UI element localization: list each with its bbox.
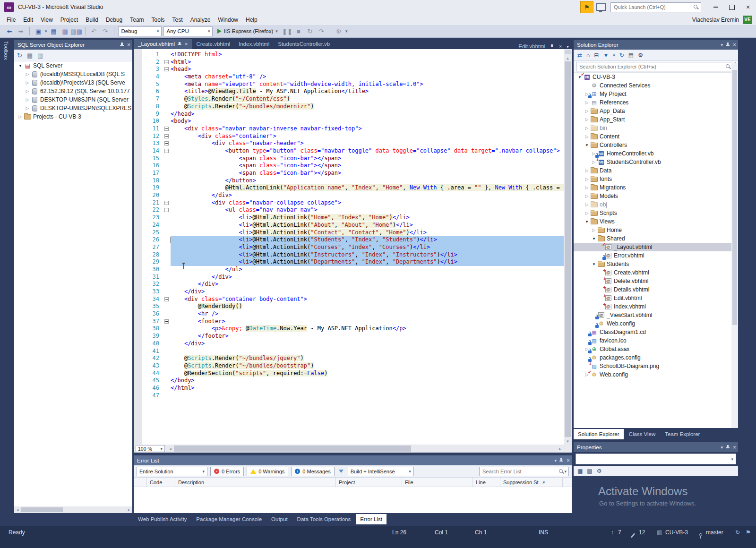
save-icon[interactable]: ▥ [60, 26, 70, 36]
code-line-34[interactable]: 34 <div class="container body-content"> [142, 296, 564, 303]
sql-item-projects-cu-vb-3[interactable]: ▷Projects - CU-VB-3 [14, 112, 132, 121]
fold-toggle-icon[interactable] [163, 66, 171, 73]
error-list-search-input[interactable] [481, 468, 558, 475]
menu-file[interactable]: File [3, 15, 19, 25]
code-line-27[interactable]: 27 <li>@Html.ActionLink("Courses", "Inde… [142, 244, 564, 251]
code-line-3[interactable]: 3<head> [142, 66, 564, 73]
code-line-13[interactable]: 13 <div class="navbar-header"> [142, 140, 564, 147]
scroll-right-arrow[interactable]: ▸ [126, 507, 132, 512]
scroll-left-arrow[interactable]: ◂ [14, 507, 21, 512]
sln-item-content[interactable]: ▷Content [574, 132, 738, 141]
search-icon[interactable] [693, 4, 699, 10]
toolbox-strip[interactable]: Toolbox [0, 38, 13, 526]
error-column-line[interactable]: Line [473, 478, 500, 487]
close-icon[interactable]: × [733, 445, 736, 450]
expand-icon[interactable]: ▷ [591, 228, 597, 232]
code-line-1[interactable]: 1<!DOCTYPE html> [142, 51, 564, 59]
close-icon[interactable]: × [733, 42, 736, 48]
fold-toggle-icon[interactable] [163, 125, 171, 133]
alphabetical-icon[interactable]: ▤ [587, 468, 592, 474]
sln-item-app-data[interactable]: ▷App_Data [574, 107, 738, 115]
import-icon[interactable]: ▥ [37, 52, 43, 59]
sln-item-delete-vbhtml[interactable]: +Delete.vbhtml [574, 277, 738, 285]
pin-icon[interactable] [178, 42, 182, 47]
sync-icon[interactable]: ↻ [735, 529, 740, 536]
code-line-9[interactable]: 9</head> [142, 111, 564, 118]
expand-icon[interactable]: ▷ [584, 211, 590, 215]
code-line-41[interactable]: 41 [142, 348, 564, 355]
error-column-code[interactable]: Code [147, 478, 175, 487]
home-icon[interactable]: ⌂ [586, 52, 590, 59]
refresh-icon[interactable]: ↻ [619, 52, 624, 59]
code-line-6[interactable]: 6 <title>@ViewBag.Title - My ASP.NET App… [142, 88, 564, 95]
sql-item-localdb-projectsv13-sql-serve[interactable]: ▷(localdb)\ProjectsV13 (SQL Serve [14, 78, 132, 87]
sln-item-viewstart-vbhtml[interactable]: _ViewStart.vbhtml [574, 311, 738, 319]
fold-toggle-icon[interactable] [163, 296, 171, 303]
fold-toggle-icon[interactable] [163, 318, 171, 325]
error-column-project[interactable]: Project [336, 478, 402, 487]
menu-window[interactable]: Window [214, 15, 242, 25]
code-line-21[interactable]: 21 <div class="navbar-collapse collapse"… [142, 199, 564, 207]
sln-item-data[interactable]: ▷Data [574, 166, 738, 175]
menu-tools[interactable]: Tools [148, 15, 169, 25]
search-icon[interactable] [558, 469, 564, 474]
code-line-36[interactable]: 36 <hr /> [142, 310, 564, 318]
code-line-43[interactable]: 43 @Scripts.Render("~/bundles/bootstrap"… [142, 362, 564, 370]
editor-tab-studentscontroller-vb[interactable]: StudentsController.vb [274, 39, 334, 49]
restart-icon[interactable]: ↻ [305, 26, 315, 36]
splitter-handle[interactable] [565, 50, 571, 54]
document-list-chevron-icon[interactable]: ▾ [567, 44, 569, 49]
expand-icon[interactable]: ▷ [584, 134, 590, 139]
panel-tab-error-list[interactable]: Error List [356, 514, 387, 524]
expand-icon[interactable]: ▷ [17, 114, 24, 119]
sln-item-shared[interactable]: ▾Shared [574, 234, 738, 243]
find-in-files-icon[interactable]: ⚙ [334, 26, 344, 36]
code-line-2[interactable]: 2<html> [142, 59, 564, 66]
sln-item-controllers[interactable]: ▾Controllers [574, 141, 738, 149]
code-line-47[interactable]: 47 [142, 392, 564, 400]
repository-icon[interactable]: ▥ [657, 529, 662, 536]
toolbar-options-chevron[interactable]: ▾ [345, 29, 348, 34]
fold-toggle-icon[interactable] [163, 199, 171, 207]
fold-toggle-icon[interactable] [163, 133, 171, 140]
menu-view[interactable]: View [37, 15, 57, 25]
sln-item-homecontroller-vb[interactable]: ▷HomeController.vb [574, 149, 738, 158]
pushes-count[interactable]: 7 [618, 529, 621, 536]
editor-horizontal-scrollbar[interactable] [174, 445, 557, 453]
sln-item-web-config[interactable]: ▷✓Web.config [574, 370, 738, 379]
sql-item-62-152-39-12-sql-server-10-0-177[interactable]: ▷62.152.39.12 (SQL Server 10.0.177 [14, 87, 132, 95]
sql-horizontal-scrollbar[interactable]: ◂ ▸ [14, 506, 132, 513]
expand-icon[interactable]: ▷ [24, 97, 31, 102]
tool-tab-solution-explorer[interactable]: Solution Explorer [574, 429, 624, 439]
sln-item-global-asax[interactable]: ▷Global.asax [574, 345, 738, 353]
solution-explorer-header[interactable]: Solution Explorer ▾ × [574, 40, 738, 50]
sln-item-app-start[interactable]: ▷App_Start [574, 115, 738, 124]
menu-debug[interactable]: Debug [102, 15, 126, 25]
editor-tab-create-vbhtml[interactable]: Create.vbhtml [192, 39, 234, 49]
editor-tab-index-vbhtml[interactable]: Index.vbhtml [234, 39, 274, 49]
properties-icon[interactable]: ⚙ [638, 52, 643, 59]
new-project-chevron[interactable]: ▾ [45, 29, 47, 34]
code-line-37[interactable]: 37 <footer> [142, 318, 564, 325]
code-line-12[interactable]: 12 <div class="container"> [142, 133, 564, 140]
code-line-11[interactable]: 11 <div class="navbar navbar-inverse nav… [142, 125, 564, 133]
notifications-icon[interactable]: ⚑ [746, 529, 751, 536]
pin-icon[interactable] [120, 42, 124, 47]
scrollbar-thumb[interactable] [21, 507, 63, 512]
step-over-icon[interactable]: ↷ [317, 26, 326, 36]
minimize-button[interactable] [708, 0, 724, 14]
code-line-39[interactable]: 39 </footer> [142, 333, 564, 340]
code-line-29[interactable]: 29 <li>@Html.ActionLink("Departments", "… [142, 258, 564, 266]
feedback-icon[interactable] [596, 3, 606, 11]
expand-icon[interactable]: ▷ [584, 185, 590, 190]
pending-changes-filter-icon[interactable]: ▼ [603, 52, 609, 59]
code-line-5[interactable]: 5 <meta name="viewport" content="width=d… [142, 81, 564, 88]
save-all-icon[interactable]: ▥▥ [72, 26, 81, 36]
scroll-right-arrow[interactable]: ▸ [557, 446, 564, 451]
code-line-45[interactable]: 45</body> [142, 377, 564, 385]
code-line-7[interactable]: 7 @Styles.Render("~/Content/css") [142, 95, 564, 103]
expand-icon[interactable]: ▷ [584, 177, 590, 181]
sln-item-web-config[interactable]: Web.config [574, 319, 738, 328]
expand-icon[interactable]: ▷ [584, 202, 590, 207]
expand-icon[interactable]: ▷ [584, 168, 590, 173]
